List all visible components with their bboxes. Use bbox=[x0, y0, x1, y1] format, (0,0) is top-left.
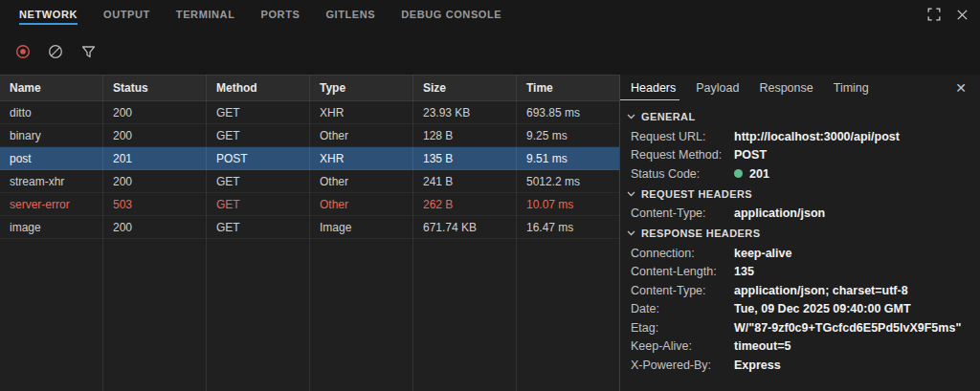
kv-request-method: Request Method: POST bbox=[631, 146, 980, 165]
cell-name: ditto bbox=[0, 101, 103, 123]
cell-method: GET bbox=[207, 216, 310, 238]
cell-name: image bbox=[0, 216, 103, 238]
detail-close-icon[interactable]: ✕ bbox=[955, 80, 967, 96]
table-header-row: Name Status Method Type Size Time bbox=[0, 75, 619, 101]
cell-method: GET bbox=[207, 101, 310, 123]
tab-output[interactable]: OUTPUT bbox=[103, 1, 150, 29]
row-stream-xhr[interactable]: stream-xhr 200 GET Other 241 B 5012.2 ms bbox=[0, 170, 619, 193]
kv-key: Content-Type: bbox=[631, 284, 734, 297]
cell-time: 693.85 ms bbox=[517, 101, 620, 123]
detail-tab-headers[interactable]: Headers bbox=[631, 75, 676, 101]
kv-x-powered-by: X-Powered-By: Express bbox=[631, 356, 980, 375]
chevron-down-icon bbox=[627, 191, 635, 197]
column-header-status[interactable]: Status bbox=[103, 76, 207, 100]
row-image[interactable]: image 200 GET Image 671.74 KB 16.47 ms bbox=[0, 216, 619, 239]
row-binary[interactable]: binary 200 GET Other 128 B 9.25 ms bbox=[0, 124, 619, 147]
kv-status-code: Status Code: 201 bbox=[631, 164, 980, 184]
cell-type: XHR bbox=[310, 147, 413, 169]
kv-value: timeout=5 bbox=[734, 339, 791, 353]
cell-name: post bbox=[0, 147, 103, 169]
status-code-value: 201 bbox=[749, 167, 769, 181]
row-post-selected[interactable]: post 201 POST XHR 135 B 9.51 ms bbox=[0, 147, 619, 170]
kv-value: application/json; charset=utf-8 bbox=[734, 284, 908, 297]
block-icon[interactable] bbox=[39, 44, 72, 59]
close-icon[interactable] bbox=[956, 9, 969, 21]
detail-tab-timing[interactable]: Timing bbox=[834, 75, 869, 101]
status-green-dot bbox=[734, 169, 743, 178]
requests-table: Name Status Method Type Size Time ditto … bbox=[0, 75, 620, 391]
kv-keep-alive: Keep-Alive: timeout=5 bbox=[631, 337, 980, 357]
cell-status: 503 bbox=[103, 193, 207, 215]
kv-value: Express bbox=[734, 358, 781, 372]
cell-time: 9.51 ms bbox=[517, 147, 620, 169]
detail-tab-response[interactable]: Response bbox=[759, 75, 813, 101]
section-title: REQUEST HEADERS bbox=[641, 188, 752, 200]
cell-size: 128 B bbox=[413, 124, 517, 146]
column-header-time[interactable]: Time bbox=[517, 76, 620, 100]
detail-body: GENERAL Request URL: http://localhost:30… bbox=[631, 101, 980, 375]
kv-key: Keep-Alive: bbox=[631, 339, 734, 353]
kv-date: Date: Tue, 09 Dec 2025 09:40:00 GMT bbox=[631, 300, 980, 319]
main-split: Name Status Method Type Size Time ditto … bbox=[0, 75, 980, 391]
kv-resp-content-type: Content-Type: application/json; charset=… bbox=[631, 281, 980, 300]
kv-key: Request Method: bbox=[631, 148, 734, 162]
cell-method: GET bbox=[207, 170, 310, 192]
cell-type: Other bbox=[310, 170, 413, 192]
network-toolbar bbox=[0, 29, 980, 75]
panel-tab-bar: NETWORK OUTPUT TERMINAL PORTS GITLENS DE… bbox=[0, 0, 980, 29]
request-details-panel: Headers Payload Response Timing ✕ GENERA… bbox=[620, 75, 980, 391]
cell-type: XHR bbox=[310, 101, 413, 123]
section-title: GENERAL bbox=[641, 111, 696, 122]
cell-time: 10.07 ms bbox=[517, 193, 620, 215]
kv-key: Status Code: bbox=[631, 167, 734, 181]
cell-time: 9.25 ms bbox=[517, 124, 620, 146]
kv-value: 135 bbox=[734, 265, 754, 278]
cell-name: server-error bbox=[0, 193, 103, 215]
cell-method: GET bbox=[207, 193, 310, 215]
kv-req-content-type: Content-Type: application/json bbox=[631, 205, 980, 224]
cell-name: stream-xhr bbox=[0, 170, 103, 192]
kv-content-length: Content-Length: 135 bbox=[631, 263, 980, 282]
cell-status: 201 bbox=[103, 147, 207, 169]
cell-status: 200 bbox=[103, 124, 207, 146]
row-ditto[interactable]: ditto 200 GET XHR 23.93 KB 693.85 ms bbox=[0, 101, 619, 124]
cell-size: 671.74 KB bbox=[413, 216, 517, 238]
cell-method: POST bbox=[207, 147, 310, 169]
kv-connection: Connection: keep-alive bbox=[631, 244, 980, 263]
column-header-method[interactable]: Method bbox=[207, 76, 310, 100]
tab-network[interactable]: NETWORK bbox=[19, 1, 78, 29]
record-icon[interactable] bbox=[7, 44, 39, 59]
panel-window-controls bbox=[927, 0, 969, 29]
cell-type: Other bbox=[310, 124, 413, 146]
cell-type: Other bbox=[310, 193, 413, 215]
row-server-error[interactable]: server-error 503 GET Other 262 B 10.07 m… bbox=[0, 193, 619, 216]
kv-key: Date: bbox=[631, 302, 734, 315]
cell-type: Image bbox=[310, 216, 413, 238]
column-header-size[interactable]: Size bbox=[413, 76, 517, 100]
kv-key: Etag: bbox=[631, 321, 734, 335]
cell-size: 262 B bbox=[413, 193, 517, 215]
kv-value: http://localhost:3000/api/post bbox=[734, 130, 900, 143]
detail-tab-bar: Headers Payload Response Timing bbox=[631, 75, 980, 101]
expand-icon[interactable] bbox=[927, 8, 941, 21]
cell-status: 200 bbox=[103, 101, 207, 123]
section-response-headers[interactable]: RESPONSE HEADERS bbox=[627, 223, 980, 244]
kv-value: application/json bbox=[734, 206, 825, 220]
cell-status: 200 bbox=[103, 216, 207, 238]
kv-key: Connection: bbox=[631, 247, 734, 260]
tab-debug-console[interactable]: DEBUG CONSOLE bbox=[401, 1, 501, 29]
column-header-type[interactable]: Type bbox=[310, 76, 413, 100]
tab-terminal[interactable]: TERMINAL bbox=[176, 1, 235, 29]
section-request-headers[interactable]: REQUEST HEADERS bbox=[627, 184, 980, 205]
cell-size: 23.93 KB bbox=[413, 101, 517, 123]
kv-request-url: Request URL: http://localhost:3000/api/p… bbox=[631, 127, 980, 146]
cell-size: 241 B bbox=[413, 170, 517, 192]
column-header-name[interactable]: Name bbox=[0, 76, 103, 100]
tab-gitlens[interactable]: GITLENS bbox=[325, 1, 375, 29]
filter-icon[interactable] bbox=[72, 45, 104, 59]
chevron-down-icon bbox=[627, 114, 635, 119]
cell-status: 200 bbox=[103, 170, 207, 192]
tab-ports[interactable]: PORTS bbox=[261, 1, 301, 29]
section-general[interactable]: GENERAL bbox=[627, 106, 980, 127]
detail-tab-payload[interactable]: Payload bbox=[696, 75, 739, 101]
